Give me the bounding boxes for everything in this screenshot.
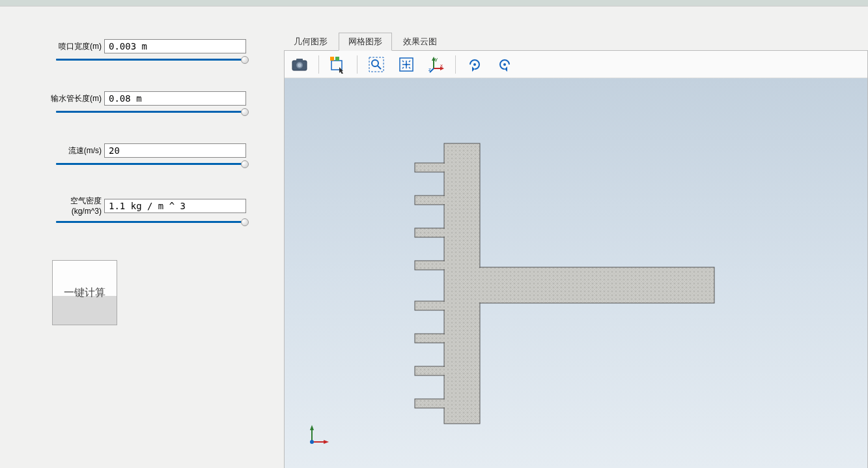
pipe-length-slider[interactable] bbox=[56, 108, 245, 117]
mesh-viewport[interactable] bbox=[285, 78, 867, 468]
svg-text:z: z bbox=[428, 66, 431, 72]
screenshot-icon[interactable] bbox=[288, 53, 311, 76]
svg-rect-42 bbox=[443, 367, 445, 375]
svg-rect-33 bbox=[415, 334, 444, 343]
svg-rect-7 bbox=[369, 57, 384, 72]
svg-rect-30 bbox=[415, 228, 444, 237]
svg-rect-32 bbox=[415, 301, 444, 310]
svg-rect-43 bbox=[443, 400, 445, 407]
tab-result[interactable]: 效果云图 bbox=[393, 33, 447, 51]
svg-rect-34 bbox=[415, 366, 444, 375]
svg-rect-6 bbox=[335, 57, 339, 61]
parameters-panel: 喷口宽度(m) 输水管长度(m) 流速(m/s) bbox=[0, 7, 284, 468]
visualization-panel: 几何图形 网格图形 效果云图 yx bbox=[284, 7, 868, 468]
svg-rect-37 bbox=[443, 196, 445, 204]
svg-text:x: x bbox=[440, 63, 443, 68]
nozzle-width-input[interactable] bbox=[104, 39, 246, 53]
flow-speed-label: 流速(m/s) bbox=[46, 145, 104, 156]
toolbar-container: yxz bbox=[284, 50, 868, 468]
param-flow-speed: 流速(m/s) bbox=[46, 143, 271, 169]
calculate-button[interactable]: 一键计算 bbox=[52, 260, 117, 325]
svg-rect-1 bbox=[296, 59, 303, 61]
svg-point-23 bbox=[503, 63, 506, 66]
svg-line-9 bbox=[378, 66, 381, 69]
pipe-length-input[interactable] bbox=[104, 91, 246, 106]
svg-point-21 bbox=[473, 63, 476, 66]
select-mode-icon[interactable] bbox=[327, 53, 349, 76]
svg-point-8 bbox=[372, 60, 378, 66]
tab-geometry[interactable]: 几何图形 bbox=[284, 33, 337, 51]
flow-speed-slider[interactable] bbox=[56, 160, 245, 169]
flow-speed-input[interactable] bbox=[104, 143, 246, 158]
param-air-density: 空气密度(kg/m^3) bbox=[46, 196, 271, 227]
svg-rect-38 bbox=[443, 229, 445, 237]
svg-rect-39 bbox=[443, 261, 445, 269]
mesh-geometry bbox=[395, 137, 819, 430]
svg-rect-40 bbox=[443, 302, 445, 310]
zoom-area-icon[interactable] bbox=[365, 53, 387, 76]
svg-rect-31 bbox=[415, 261, 444, 270]
svg-rect-35 bbox=[415, 399, 444, 408]
main-container: 喷口宽度(m) 输水管长度(m) 流速(m/s) bbox=[0, 7, 868, 468]
view-tabs: 几何图形 网格图形 效果云图 bbox=[284, 33, 868, 51]
nozzle-width-slider[interactable] bbox=[56, 56, 245, 65]
svg-marker-45 bbox=[310, 425, 314, 430]
air-density-input[interactable] bbox=[104, 199, 246, 213]
param-pipe-length: 输水管长度(m) bbox=[46, 91, 271, 117]
air-density-label: 空气密度(kg/m^3) bbox=[46, 196, 104, 216]
svg-rect-25 bbox=[444, 143, 480, 424]
svg-rect-29 bbox=[415, 196, 444, 205]
nozzle-width-label: 喷口宽度(m) bbox=[46, 41, 104, 52]
svg-rect-36 bbox=[443, 164, 445, 171]
param-nozzle-width: 喷口宽度(m) bbox=[46, 39, 271, 65]
svg-marker-20 bbox=[472, 66, 475, 72]
svg-text:y: y bbox=[435, 56, 438, 62]
svg-marker-47 bbox=[324, 440, 329, 444]
pipe-length-label: 输水管长度(m) bbox=[46, 93, 104, 104]
rotate-cw-icon[interactable] bbox=[464, 53, 486, 76]
air-density-slider[interactable] bbox=[56, 218, 245, 227]
rotate-ccw-icon[interactable] bbox=[494, 53, 516, 76]
svg-marker-22 bbox=[505, 66, 507, 72]
svg-rect-28 bbox=[415, 163, 444, 172]
svg-point-3 bbox=[298, 63, 301, 67]
axis-orientation-icon[interactable]: yxz bbox=[425, 53, 447, 76]
svg-point-48 bbox=[310, 440, 314, 444]
fit-view-icon[interactable] bbox=[395, 53, 417, 76]
axis-triad-icon bbox=[304, 422, 330, 448]
svg-rect-27 bbox=[479, 268, 481, 302]
svg-rect-41 bbox=[443, 334, 445, 342]
svg-rect-5 bbox=[330, 57, 334, 61]
window-title-bar bbox=[0, 0, 868, 7]
tab-mesh[interactable]: 网格图形 bbox=[339, 33, 392, 51]
svg-point-11 bbox=[406, 63, 408, 65]
viewport-toolbar: yxz bbox=[285, 51, 867, 78]
svg-rect-26 bbox=[480, 267, 714, 303]
